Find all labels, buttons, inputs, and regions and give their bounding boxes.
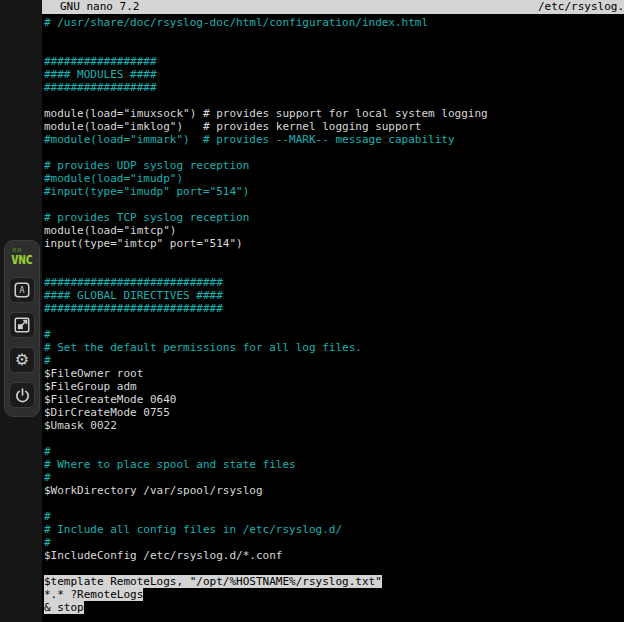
terminal-line: ################# [44, 55, 624, 68]
terminal-line: $FileGroup adm [44, 380, 624, 393]
fullscreen-button[interactable] [9, 312, 35, 338]
terminal-line: # provides UDP syslog reception [44, 159, 624, 172]
terminal-screen[interactable]: GNU nano 7.2 /etc/rsyslog. # /usr/share/… [42, 0, 624, 622]
a-key-icon: A [13, 281, 31, 299]
terminal-line: # [44, 536, 624, 549]
terminal-line: # Where to place spool and state files [44, 458, 624, 471]
terminal-line [44, 562, 624, 575]
selected-text: $template RemoteLogs, "/opt/%HOSTNAME%/r… [44, 575, 382, 588]
selected-text: *.* ?RemoteLogs [44, 588, 143, 601]
terminal-line: $FileOwner root [44, 367, 624, 380]
keyboard-button[interactable]: A [9, 277, 35, 303]
terminal-line: $FileCreateMode 0640 [44, 393, 624, 406]
terminal-line [44, 250, 624, 263]
terminal-line: input(type="imtcp" port="514") [44, 237, 624, 250]
terminal-line: # [44, 445, 624, 458]
terminal-line [44, 497, 624, 510]
novnc-logo-vnc: VNC [11, 254, 33, 266]
nano-version: GNU nano 7.2 [60, 0, 139, 14]
terminal-line: ########################### [44, 302, 624, 315]
terminal-line [44, 315, 624, 328]
selected-text: & stop [44, 601, 84, 614]
terminal-line [44, 94, 624, 107]
fullscreen-icon [13, 316, 31, 334]
terminal-line: #### GLOBAL DIRECTIVES #### [44, 289, 624, 302]
nano-filename: /etc/rsyslog. [538, 0, 624, 14]
terminal-line [44, 263, 624, 276]
terminal-line [44, 42, 624, 55]
terminal-line: *.* ?RemoteLogs [44, 588, 624, 601]
terminal-line: #input(type="imudp" port="514") [44, 185, 624, 198]
terminal-line: & stop [44, 601, 624, 614]
power-button[interactable] [9, 382, 35, 408]
terminal-line: # [44, 471, 624, 484]
terminal-line: # [44, 354, 624, 367]
novnc-logo: no VNC [11, 247, 33, 266]
gear-icon: ⚙ [15, 352, 29, 368]
terminal-line [44, 146, 624, 159]
terminal-line: #module(load="immark") # provides --MARK… [44, 133, 624, 146]
desktop: no VNC A ⚙ [0, 0, 624, 622]
terminal-line: $DirCreateMode 0755 [44, 406, 624, 419]
terminal-line: $IncludeConfig /etc/rsyslog.d/*.conf [44, 549, 624, 562]
terminal-line: ########################### [44, 276, 624, 289]
terminal-line: #module(load="imudp") [44, 172, 624, 185]
terminal-line: # provides TCP syslog reception [44, 211, 624, 224]
terminal-line: module(load="imklog") # provides kernel … [44, 120, 624, 133]
terminal-line: $Umask 0022 [44, 419, 624, 432]
novnc-control-bar: no VNC A ⚙ [4, 240, 40, 417]
terminal-line: # Include all config files in /etc/rsysl… [44, 523, 624, 536]
terminal-line: #### MODULES #### [44, 68, 624, 81]
nano-titlebar: GNU nano 7.2 /etc/rsyslog. [42, 0, 624, 14]
terminal-line: ################# [44, 81, 624, 94]
terminal-lines: # /usr/share/doc/rsyslog-doc/html/config… [42, 14, 624, 614]
power-icon [14, 387, 31, 404]
terminal-line: module(load="imuxsock") # provides suppo… [44, 107, 624, 120]
svg-text:A: A [20, 285, 25, 295]
terminal-line: $WorkDirectory /var/spool/rsyslog [44, 484, 624, 497]
terminal-line [44, 432, 624, 445]
terminal-line: # [44, 328, 624, 341]
terminal-line: # /usr/share/doc/rsyslog-doc/html/config… [44, 16, 624, 29]
settings-button[interactable]: ⚙ [9, 347, 35, 373]
terminal-line: # [44, 510, 624, 523]
terminal-line [44, 198, 624, 211]
terminal-line [44, 29, 624, 42]
terminal-line: module(load="imtcp") [44, 224, 624, 237]
terminal-line: # Set the default permissions for all lo… [44, 341, 624, 354]
terminal-line: $template RemoteLogs, "/opt/%HOSTNAME%/r… [44, 575, 624, 588]
